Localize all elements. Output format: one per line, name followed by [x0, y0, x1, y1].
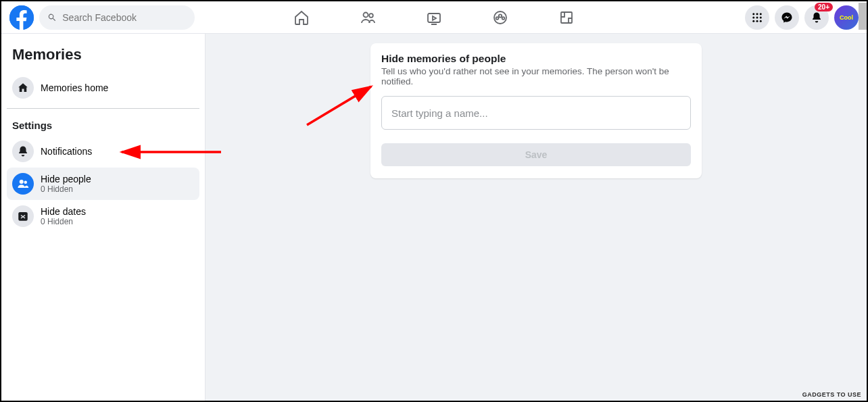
messenger-icon: [781, 11, 793, 24]
nav-watch[interactable]: [404, 1, 464, 34]
sidebar-item-label: Hide dates: [41, 206, 86, 217]
sidebar: Memories Memories home Settings Notifica…: [1, 34, 206, 401]
bell-icon: [12, 141, 34, 162]
calendar-x-icon: [12, 205, 34, 227]
svg-point-12: [752, 16, 754, 18]
svg-point-1: [364, 12, 368, 17]
search-box[interactable]: [39, 5, 195, 30]
hide-people-card: Hide memories of people Tell us who you'…: [370, 43, 702, 178]
card-description: Tell us who you'd rather not see in your…: [381, 66, 691, 86]
profile-avatar[interactable]: Cool: [834, 5, 859, 30]
page-title: Memories: [7, 42, 199, 72]
nav-groups[interactable]: [470, 1, 531, 34]
main-content: Hide memories of people Tell us who you'…: [206, 34, 867, 401]
sidebar-item-sublabel: 0 Hidden: [41, 184, 91, 194]
sidebar-item-sublabel: 0 Hidden: [41, 217, 86, 226]
menu-button[interactable]: [745, 5, 769, 30]
svg-point-5: [499, 14, 502, 17]
sidebar-item-label: Memories home: [41, 82, 108, 93]
svg-point-13: [756, 16, 758, 18]
svg-point-6: [496, 17, 499, 20]
grid-icon: [751, 11, 763, 24]
sidebar-item-label: Hide people: [41, 174, 91, 184]
people-icon: [12, 173, 34, 195]
sidebar-item-label: Notifications: [41, 146, 92, 157]
svg-line-21: [307, 86, 371, 125]
sidebar-item-notifications[interactable]: Notifications: [7, 135, 199, 168]
right-nav: 20+ Cool: [745, 5, 859, 30]
center-nav: [271, 1, 597, 34]
svg-point-9: [752, 13, 754, 15]
svg-point-11: [760, 13, 762, 15]
notification-badge: 20+: [815, 3, 833, 11]
sidebar-section-settings: Settings: [7, 113, 199, 135]
svg-point-16: [756, 20, 758, 22]
save-button[interactable]: Save: [381, 143, 691, 166]
svg-rect-3: [428, 14, 440, 22]
search-input[interactable]: [62, 12, 187, 23]
bell-icon: [811, 11, 823, 24]
nav-home[interactable]: [271, 1, 332, 34]
svg-rect-8: [561, 12, 572, 23]
scrollbar-thumb[interactable]: [859, 3, 867, 30]
facebook-logo[interactable]: [9, 5, 34, 30]
svg-point-14: [760, 16, 762, 18]
svg-point-15: [752, 20, 754, 22]
card-title: Hide memories of people: [381, 53, 691, 65]
search-icon: [47, 12, 57, 23]
sidebar-item-hide-dates[interactable]: Hide dates 0 Hidden: [7, 200, 199, 232]
top-navbar: 20+ Cool: [1, 1, 867, 34]
sidebar-item-memories-home[interactable]: Memories home: [7, 72, 199, 104]
notifications-button[interactable]: 20+: [804, 5, 829, 30]
svg-point-7: [502, 17, 505, 20]
svg-point-19: [24, 181, 28, 184]
nav-friends[interactable]: [337, 1, 398, 34]
messenger-button[interactable]: [775, 5, 799, 30]
name-input[interactable]: [381, 96, 691, 130]
watermark: GADGETS TO USE: [802, 391, 861, 398]
home-icon: [12, 77, 34, 99]
sidebar-item-hide-people[interactable]: Hide people 0 Hidden: [7, 168, 199, 200]
svg-point-2: [369, 14, 373, 18]
svg-point-10: [756, 13, 758, 15]
nav-gaming[interactable]: [536, 1, 597, 34]
svg-point-18: [20, 180, 24, 184]
svg-point-17: [760, 20, 762, 22]
